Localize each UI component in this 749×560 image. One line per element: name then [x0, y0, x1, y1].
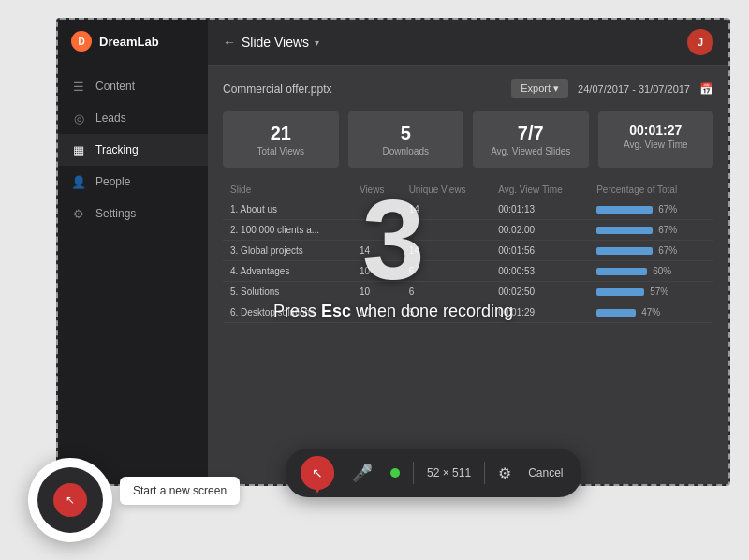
people-icon: 👤: [71, 174, 86, 189]
content-header: Commercial offer.pptx Export ▾ 24/07/201…: [223, 79, 713, 98]
percentage-text: 57%: [650, 287, 673, 297]
stat-value: 7/7: [484, 123, 578, 144]
tooltip-container: ↖ Start a new screen: [28, 458, 240, 523]
cell-percentage: 67%: [589, 241, 713, 261]
stat-label: Downloads: [360, 146, 453, 156]
tooltip-label: Start a new screen: [133, 484, 227, 497]
sidebar-item-label: Leads: [95, 111, 126, 125]
percentage-text: 67%: [658, 225, 682, 235]
stat-downloads: 5 Downloads: [348, 111, 464, 168]
col-views: Views: [352, 181, 402, 199]
top-bar: ← Slide Views ▾ J: [208, 20, 728, 66]
cell-views: 10: [352, 261, 402, 282]
recording-controls: ↖ 🎤 52 × 511 ⚙ Cancel: [286, 449, 581, 497]
cell-avg-time: 00:02:50: [491, 282, 589, 302]
logo-icon: D: [71, 31, 92, 52]
cell-slide: 5. Solutions: [223, 282, 352, 302]
sidebar-item-label: Content: [95, 80, 135, 93]
percentage-text: 67%: [658, 204, 682, 214]
percentage-text: 47%: [641, 307, 665, 317]
cell-views: 10: [352, 302, 402, 323]
calendar-icon[interactable]: 📅: [699, 82, 713, 96]
cell-avg-time: 00:01:56: [491, 241, 589, 261]
cell-slide: 2. 100 000 clients a...: [223, 220, 352, 241]
title-dropdown-icon[interactable]: ▾: [315, 37, 319, 48]
cell-slide: 4. Advantages: [223, 261, 352, 282]
stat-value: 00:01:27: [609, 123, 703, 138]
microphone-button[interactable]: 🎤: [347, 458, 377, 488]
cell-slide: 3. Global projects: [223, 241, 352, 261]
record-button[interactable]: ↖: [301, 456, 334, 490]
table-row: 6. Desktop solutions 10 5 00:01:29 47%: [223, 302, 713, 323]
tooltip-box: Start a new screen: [120, 477, 240, 505]
sidebar-item-people[interactable]: 👤 People: [58, 166, 208, 198]
cell-percentage: 57%: [589, 282, 713, 302]
cell-percentage: 47%: [589, 302, 713, 323]
sidebar-item-settings[interactable]: ⚙ Settings: [58, 198, 208, 229]
cell-unique: 14: [402, 199, 492, 220]
app-logo: D DreamLab: [58, 20, 208, 63]
cell-unique: [402, 220, 492, 241]
main-content: ← Slide Views ▾ J Commercial offer.pptx …: [208, 20, 728, 484]
sidebar-item-label: People: [95, 175, 130, 188]
table-row: 5. Solutions 10 6 00:02:50 57%: [223, 282, 713, 302]
progress-bar: [596, 206, 653, 214]
content-area: Commercial offer.pptx Export ▾ 24/07/201…: [208, 66, 728, 484]
percentage-text: 60%: [653, 266, 676, 276]
cell-unique: 6: [402, 261, 492, 282]
cell-percentage: 60%: [589, 261, 713, 282]
sidebar-item-label: Tracking: [95, 143, 139, 156]
sidebar: D DreamLab ☰ Content ◎ Leads ▦ Tracking: [58, 20, 208, 484]
date-range: 24/07/2017 - 31/07/2017: [578, 83, 690, 95]
page-title: Slide Views: [242, 35, 309, 50]
cell-views: [352, 199, 402, 220]
stat-label: Total Views: [234, 146, 328, 156]
col-percentage: Percentage of Total: [589, 181, 713, 199]
stat-value: 5: [360, 123, 453, 144]
export-button[interactable]: Export ▾: [511, 79, 568, 98]
settings-button[interactable]: ⚙: [498, 464, 511, 482]
tooltip-inner-circle: ↖: [37, 467, 103, 533]
settings-icon: ⚙: [71, 206, 86, 221]
cell-avg-time: 00:01:29: [491, 302, 589, 323]
cursor-icon: ↖: [312, 465, 323, 480]
sidebar-item-label: Settings: [95, 207, 136, 220]
file-name: Commercial offer.pptx: [223, 82, 502, 96]
progress-bar: [596, 268, 647, 275]
cancel-button[interactable]: Cancel: [524, 464, 566, 481]
progress-bar: [596, 288, 644, 296]
tooltip-circle: ↖: [28, 458, 112, 542]
stat-avg-time: 00:01:27 Avg. View Time: [598, 111, 714, 168]
resolution-text: 52 × 511: [427, 466, 471, 479]
stat-value: 21: [234, 123, 328, 144]
divider: [413, 462, 414, 484]
cell-views: [352, 220, 402, 241]
tooltip-record-button[interactable]: ↖: [53, 483, 87, 517]
stat-avg-slides: 7/7 Avg. Viewed Slides: [473, 111, 589, 168]
percentage-text: 67%: [658, 245, 682, 256]
user-avatar[interactable]: J: [687, 29, 713, 55]
logo-text: DreamLab: [99, 35, 159, 49]
stats-row: 21 Total Views 5 Downloads 7/7 Avg. View…: [223, 111, 713, 168]
stat-label: Avg. Viewed Slides: [484, 146, 578, 156]
sidebar-item-content[interactable]: ☰ Content: [58, 70, 208, 102]
cell-unique: 5: [402, 302, 492, 323]
sidebar-item-tracking[interactable]: ▦ Tracking: [58, 134, 208, 166]
stat-label: Avg. View Time: [609, 140, 703, 150]
col-slide: Slide: [223, 181, 352, 199]
cell-percentage: 67%: [589, 220, 713, 241]
slides-table: Slide Views Unique Views Avg. View Time …: [223, 181, 713, 323]
leads-icon: ◎: [71, 111, 86, 125]
tracking-icon: ▦: [71, 142, 86, 157]
cell-unique: 6: [402, 282, 492, 302]
cell-views: 14: [352, 241, 402, 261]
back-arrow[interactable]: ←: [223, 35, 236, 50]
table-row: 1. About us 14 00:01:13 67%: [223, 199, 713, 220]
cell-avg-time: 00:00:53: [491, 261, 589, 282]
cell-percentage: 67%: [589, 199, 713, 220]
table-row: 3. Global projects 14 14 00:01:56 67%: [223, 241, 713, 261]
divider: [484, 462, 485, 484]
col-unique-views: Unique Views: [402, 181, 492, 199]
tooltip-cursor-icon: ↖: [66, 494, 75, 507]
sidebar-item-leads[interactable]: ◎ Leads: [58, 102, 208, 134]
